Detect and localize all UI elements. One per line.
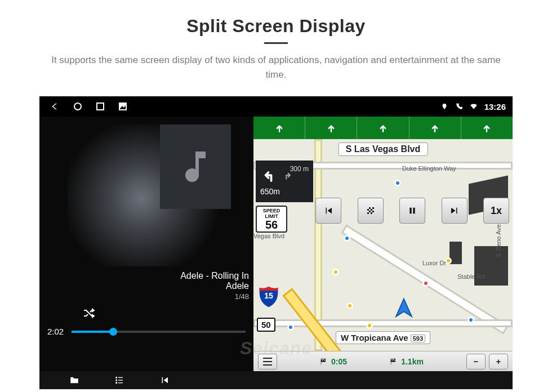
map-poi [394, 180, 401, 186]
seek-thumb[interactable] [109, 328, 117, 336]
shuffle-button[interactable] [81, 306, 97, 322]
svg-rect-7 [372, 209, 374, 211]
svg-rect-9 [371, 211, 372, 212]
flag-icon [320, 358, 328, 366]
current-road-label: S Las Vegas Blvd [339, 142, 428, 156]
svg-rect-23 [392, 359, 393, 360]
folder-button[interactable] [52, 371, 97, 389]
wifi-icon [466, 103, 481, 110]
sim-pause-button[interactable] [399, 198, 425, 224]
svg-rect-4 [367, 207, 369, 209]
turn-left-icon [261, 167, 278, 184]
vehicle-marker [392, 297, 416, 323]
svg-point-28 [116, 382, 117, 384]
svg-rect-5 [371, 207, 372, 209]
track-artist: Adele [39, 281, 249, 291]
sim-flag-button[interactable] [358, 198, 384, 224]
svg-rect-22 [393, 358, 394, 359]
nav-menu-button[interactable] [258, 354, 277, 369]
map-street-label: E Reno Ave [495, 224, 502, 257]
android-status-bar: 13:26 [39, 96, 513, 117]
interstate-shield: 15 [258, 286, 279, 308]
svg-rect-10 [369, 212, 371, 214]
location-icon [437, 103, 452, 110]
zoom-out-button[interactable]: − [466, 354, 486, 369]
svg-rect-6 [369, 209, 371, 211]
sim-next-button[interactable] [442, 198, 468, 224]
turn-distance: 650m [260, 187, 280, 196]
previous-track-button[interactable] [142, 371, 187, 389]
sim-speed-button[interactable]: 1x [483, 198, 509, 224]
sim-prev-button[interactable] [315, 198, 341, 224]
seek-bar[interactable] [72, 331, 246, 333]
track-metadata: Adele - Rolling In Adele 1/48 [39, 271, 253, 301]
map-poi [332, 269, 339, 275]
album-art-area [68, 124, 231, 266]
map-poi [344, 235, 350, 242]
map-poi [366, 322, 373, 329]
speed-50-sign: 50 [257, 318, 275, 332]
lane-guidance-bar [253, 117, 513, 139]
device-frame: 13:26 Adele - Rolling In Adele 1/48 [39, 96, 513, 389]
map-street-label: Vegas Blvd [253, 233, 284, 239]
lane-arrow [409, 117, 461, 139]
playback-simulation-controls: 1x [315, 198, 509, 224]
eta-time-block: 0:05 [320, 357, 347, 366]
page-title: Split Screen Display [186, 16, 366, 37]
track-title: Adele - Rolling In [39, 271, 249, 281]
map-poi [287, 324, 294, 331]
eta-time: 0:05 [331, 357, 347, 366]
lane-arrow [253, 117, 305, 139]
map-poi [346, 302, 353, 309]
map-poi [422, 280, 429, 287]
navigation-pane: Koval Ln Duke Ellington Way Vegas Blvd L… [253, 117, 513, 371]
next-turn-distance: 300 m [290, 165, 309, 173]
map-poi [468, 317, 474, 323]
eta-distance-block: 1.1km [390, 357, 424, 366]
elapsed-time: 2:02 [47, 327, 64, 336]
svg-rect-8 [367, 211, 369, 212]
map-street-label: Duke Ellington Way [402, 165, 456, 172]
phone-icon [452, 103, 466, 110]
recent-apps-button[interactable] [89, 96, 112, 117]
back-button[interactable] [44, 96, 66, 117]
page-subtitle: It supports the same screen display of t… [39, 53, 513, 82]
home-button[interactable] [66, 96, 89, 117]
track-index: 1/48 [39, 292, 249, 301]
turn-instruction-panel: 300 m 650m SPEED LIMIT 56 [256, 161, 313, 233]
svg-rect-24 [394, 359, 395, 360]
lane-arrow [461, 117, 513, 139]
svg-rect-18 [324, 359, 325, 360]
music-bottom-bar [39, 371, 513, 389]
svg-rect-16 [323, 358, 324, 359]
svg-rect-1 [97, 103, 104, 110]
picture-icon [112, 96, 134, 117]
status-clock: 13:26 [481, 102, 508, 112]
svg-point-27 [116, 380, 117, 381]
interstate-number: 15 [258, 291, 279, 300]
svg-rect-25 [391, 358, 391, 364]
zoom-in-button[interactable]: + [489, 354, 508, 369]
playback-progress-row: 2:02 [39, 327, 253, 336]
music-note-icon [175, 146, 216, 187]
nav-footer-bar: 0:05 1.1km − + [253, 351, 513, 371]
next-road-label: W Tropicana Ave593 [336, 331, 430, 344]
svg-rect-12 [409, 208, 411, 214]
speed-limit-sign: SPEED LIMIT 56 [256, 206, 287, 233]
split-container: Adele - Rolling In Adele 1/48 2:02 [39, 117, 513, 371]
title-underline [264, 42, 288, 44]
lane-arrow [357, 117, 409, 139]
album-placeholder-tile [160, 124, 231, 209]
svg-rect-13 [413, 208, 415, 214]
map-street-label: Stable Rd [457, 273, 484, 280]
svg-point-0 [74, 103, 81, 110]
svg-rect-17 [322, 359, 323, 360]
music-player-pane: Adele - Rolling In Adele 1/48 2:02 [39, 117, 253, 371]
flag-icon [390, 358, 398, 366]
svg-point-26 [116, 377, 117, 378]
playlist-button[interactable] [97, 371, 142, 389]
svg-rect-11 [372, 212, 374, 214]
svg-rect-19 [321, 358, 322, 364]
map-street-label: Luxor Dr [422, 260, 446, 266]
lane-arrow [305, 117, 357, 139]
